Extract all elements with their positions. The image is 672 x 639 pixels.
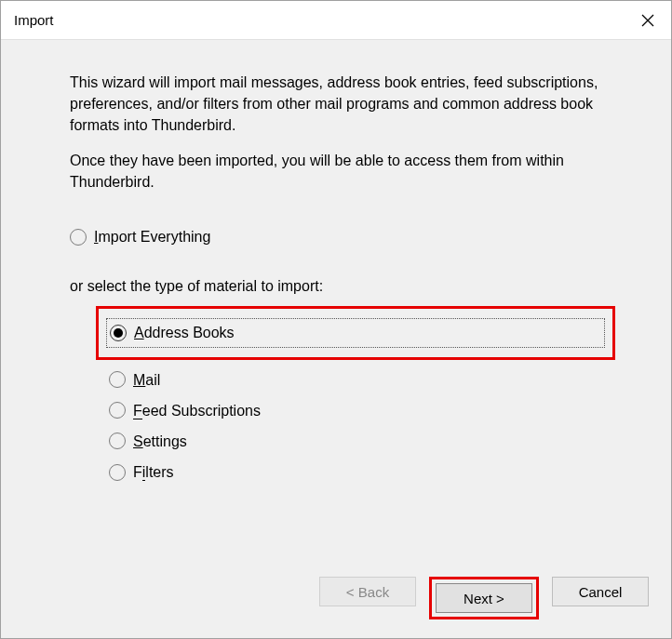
close-icon	[641, 14, 654, 27]
radio-icon	[109, 402, 126, 419]
radio-icon	[110, 325, 127, 341]
radio-label-import-everything: Import Everything	[94, 226, 210, 247]
radio-settings[interactable]: Settings	[109, 431, 615, 452]
radio-selected-dot	[114, 328, 123, 338]
import-wizard-window: Import This wizard will import mail mess…	[0, 0, 672, 639]
select-type-label: or select the type of material to import…	[70, 275, 615, 297]
radio-feed-subscriptions[interactable]: Feed Subscriptions	[109, 400, 615, 421]
back-button: < Back	[319, 577, 416, 606]
radio-address-books[interactable]: Address Books	[106, 318, 605, 347]
close-button[interactable]	[625, 1, 671, 40]
dialog-body: This wizard will import mail messages, a…	[1, 40, 671, 564]
window-title: Import	[14, 12, 54, 28]
radio-label-filters: Filters	[133, 461, 174, 483]
highlight-next: Next >	[429, 577, 539, 619]
material-options-group: Mail Feed Subscriptions Settings Filters	[109, 369, 615, 484]
radio-icon	[109, 433, 126, 449]
intro-paragraph-1: This wizard will import mail messages, a…	[70, 72, 615, 137]
radio-filters[interactable]: Filters	[109, 461, 615, 483]
radio-mail[interactable]: Mail	[109, 369, 615, 391]
radio-label-mail: Mail	[133, 369, 160, 391]
dialog-footer: < Back Next > Cancel	[1, 564, 671, 638]
radio-label-settings: Settings	[133, 431, 187, 452]
radio-label-address-books: Address Books	[134, 322, 235, 343]
next-button[interactable]: Next >	[436, 583, 532, 613]
radio-icon	[109, 464, 126, 481]
radio-icon	[70, 229, 87, 246]
radio-icon	[109, 371, 126, 388]
cancel-button[interactable]: Cancel	[552, 577, 649, 606]
radio-import-everything[interactable]: Import Everything	[70, 226, 615, 247]
radio-label-feed-subscriptions: Feed Subscriptions	[133, 400, 261, 421]
intro-paragraph-2: Once they have been imported, you will b…	[70, 150, 615, 193]
highlight-address-books: Address Books	[96, 306, 615, 359]
titlebar: Import	[1, 1, 671, 40]
